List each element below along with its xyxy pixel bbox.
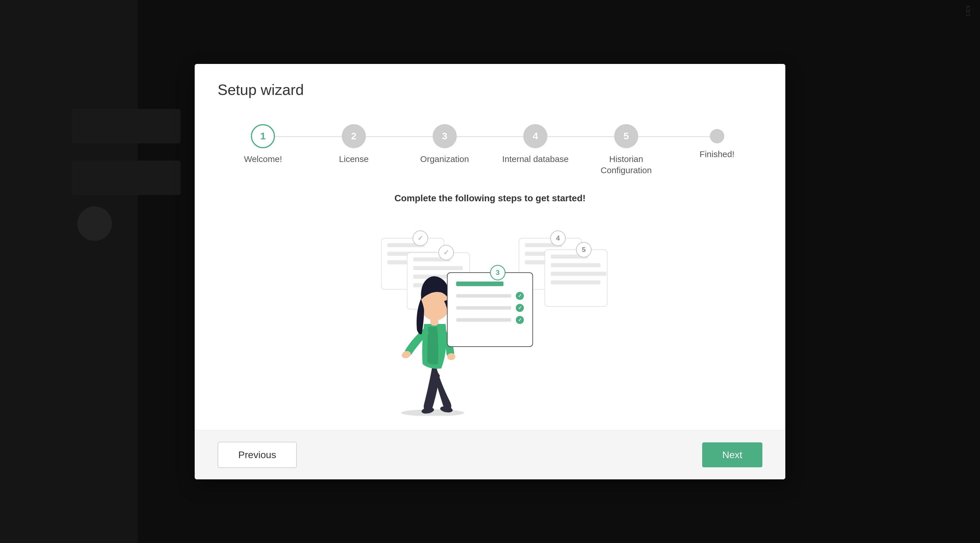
step-1-label: Welcome! [244,153,282,164]
card-line-text [456,294,511,298]
badge-4: 4 [550,231,566,246]
modal-footer: Previous Next [195,430,785,479]
step-3-organization[interactable]: 3 Organization [399,124,490,164]
step-5-historian[interactable]: 5 HistorianConfiguration [581,124,672,176]
step-2-label: License [339,153,368,164]
previous-button[interactable]: Previous [218,442,297,468]
progress-bar [456,282,503,286]
step-5-circle: 5 [614,124,638,148]
check-icon-1 [516,292,524,300]
step-6-finished[interactable]: Finished! [671,124,762,160]
stepper: 1 Welcome! 2 License 3 Organization 4 In… [195,110,785,184]
modal-overlay: Setup wizard 1 Welcome! 2 License 3 Orga… [0,0,980,543]
step-4-circle: 4 [523,124,547,148]
card-line [551,272,606,276]
illustration: ✓ ✓ [375,221,605,416]
check-icon-2 [516,304,524,312]
card-line-text [456,306,511,310]
next-button[interactable]: Next [702,443,762,467]
modal-subtitle: Complete the following steps to get star… [395,193,586,204]
card-step-5: 5 [544,249,608,307]
step-2-circle: 2 [342,124,366,148]
step-4-internal-db[interactable]: 4 Internal database [490,124,581,164]
step-6-label: Finished! [700,148,735,160]
step-1-circle: 1 [251,124,275,148]
modal-header: Setup wizard [195,64,785,110]
card-line [551,263,600,267]
svg-point-4 [447,353,455,360]
card-row-3 [456,316,524,324]
badge-5: 5 [576,242,592,258]
card-line [551,280,600,284]
card-step-3-active: 3 [447,272,533,347]
card-row-2 [456,304,524,312]
card-row-1 [456,292,524,300]
setup-wizard-modal: Setup wizard 1 Welcome! 2 License 3 Orga… [195,64,785,479]
step-2-license[interactable]: 2 License [309,124,399,164]
modal-body: Complete the following steps to get star… [195,184,785,430]
step-3-circle: 3 [433,124,457,148]
step-4-label: Internal database [502,153,569,164]
card-line-text [456,318,511,322]
step-3-label: Organization [420,153,469,164]
badge-check-1: ✓ [413,231,428,246]
step-5-label: HistorianConfiguration [601,153,652,176]
badge-check-2: ✓ [438,245,454,260]
badge-3-active: 3 [490,265,506,280]
check-icon-3 [516,316,524,324]
step-1-welcome[interactable]: 1 Welcome! [218,124,309,164]
step-6-circle [710,129,724,143]
modal-title: Setup wizard [218,81,762,98]
